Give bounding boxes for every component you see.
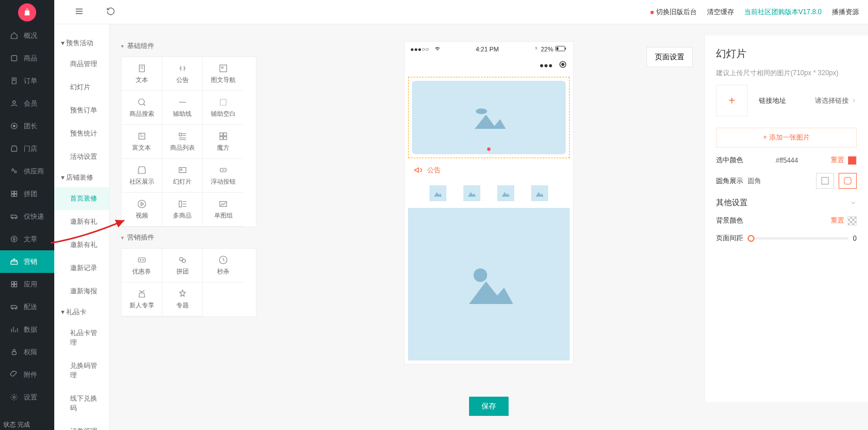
component-单图组[interactable]: 单图组 (203, 193, 244, 227)
component-文本[interactable]: 文本 (121, 57, 162, 91)
sub-item[interactable]: 礼品卡管理 (54, 322, 109, 354)
component-秒杀[interactable]: 秒杀 (203, 249, 244, 283)
component-幻灯片[interactable]: 幻灯片 (162, 159, 203, 193)
menu-toggle-icon[interactable] (75, 7, 84, 18)
sub-item[interactable]: 活动设置 (54, 145, 109, 168)
refresh-icon[interactable] (106, 7, 115, 18)
component-label: 新人专享 (129, 301, 154, 310)
announce-slot[interactable]: 公告 (408, 162, 570, 179)
page-settings-button[interactable]: 页面设置 (646, 47, 693, 67)
sub-item[interactable]: 邀新有礼 (54, 210, 109, 233)
nav-item-delivery[interactable]: 配送 (0, 296, 54, 318)
sub-item[interactable]: 订单管理 (54, 420, 109, 430)
component-icon (177, 289, 188, 299)
component-拼团[interactable]: 拼团 (162, 249, 203, 283)
home-icon (10, 32, 18, 40)
sub-item[interactable]: 首页装修 (54, 187, 109, 210)
sub-item[interactable]: 邀新有礼 (54, 233, 109, 257)
nav-item-attachment[interactable]: 附件 (0, 363, 54, 386)
nav-item-supplier[interactable]: 供应商 (0, 160, 54, 183)
nav-item-data[interactable]: 数据 (0, 318, 54, 341)
sub-item[interactable]: 线下兑换码 (54, 387, 109, 420)
component-社区展示[interactable]: 社区展示 (121, 159, 162, 193)
app-icon (10, 280, 18, 288)
other-settings-header[interactable]: 其他设置 (716, 198, 857, 208)
nav-item-order[interactable]: 订单 (0, 70, 54, 92)
nav-label: 应用 (24, 280, 37, 289)
signal-icon: ●●●○○ (410, 46, 441, 53)
group-header[interactable]: ▾ 预售活动 (54, 34, 109, 53)
more-icon: ●●● (539, 61, 553, 70)
group-header[interactable]: ▾ 店铺装修 (54, 168, 109, 187)
component-商品搜索[interactable]: 商品搜索 (121, 91, 162, 125)
svg-rect-13 (11, 281, 14, 284)
corner-round-option[interactable] (839, 173, 857, 189)
broadcast-link[interactable]: 播播资源 (832, 7, 859, 17)
big-image-slot[interactable] (408, 208, 570, 360)
nav-item-app[interactable]: 应用 (0, 273, 54, 296)
component-魔方[interactable]: 魔方 (203, 125, 244, 159)
nav-item-leader[interactable]: 团长 (0, 115, 54, 137)
nav-item-store[interactable]: 门店 (0, 137, 54, 160)
component-专题[interactable]: 专题 (162, 283, 203, 316)
leader-icon (10, 122, 18, 130)
sub-item[interactable]: 预售订单 (54, 99, 109, 122)
editor-canvas: 基础组件 文本公告图文导航商品搜索辅助线辅助空白富文本商品列表魔方社区展示幻灯片… (110, 24, 868, 430)
nav-item-permission[interactable]: 权限 (0, 341, 54, 363)
component-label: 公告 (176, 76, 189, 84)
slideshow-slot[interactable] (408, 77, 570, 158)
component-多商品[interactable]: 多商品 (162, 193, 203, 227)
component-label: 社区展示 (129, 177, 154, 186)
save-button[interactable]: 保存 (469, 397, 509, 416)
add-image-button[interactable]: + 添加一张图片 (716, 128, 857, 147)
nav-item-marketing[interactable]: 营销 (0, 250, 54, 273)
sub-item[interactable]: 邀新记录 (54, 257, 109, 280)
component-视频[interactable]: 视频 (121, 193, 162, 227)
nav-item-home[interactable]: 概况 (0, 24, 54, 47)
component-商品列表[interactable]: 商品列表 (162, 125, 203, 159)
sub-item[interactable]: 幻灯片 (54, 76, 109, 99)
reset-color[interactable]: 重置 (831, 155, 844, 165)
link-select[interactable]: 请选择链接 (815, 96, 857, 106)
goods-icon (10, 54, 18, 62)
reset-bg[interactable]: 重置 (831, 216, 844, 225)
group-header[interactable]: ▾ 礼品卡 (54, 303, 109, 322)
clear-cache-link[interactable]: 清空缓存 (707, 7, 734, 17)
thumbnail-row[interactable] (405, 182, 573, 205)
component-icon (218, 199, 228, 209)
gap-slider[interactable] (748, 237, 848, 240)
thumbnail (531, 185, 548, 201)
component-新人专享[interactable]: 新人专享 (121, 283, 162, 316)
component-图文导航[interactable]: 图文导航 (203, 57, 244, 91)
sub-item[interactable]: 商品管理 (54, 53, 109, 76)
svg-point-3 (13, 125, 15, 127)
sub-item[interactable]: 预售统计 (54, 122, 109, 145)
nav-item-group[interactable]: 拼团 (0, 183, 54, 205)
nav-item-article[interactable]: 文章 (0, 228, 54, 250)
sub-item[interactable]: 兑换码管理 (54, 354, 109, 387)
nav-item-member[interactable]: 会员 (0, 92, 54, 115)
component-浮动按钮[interactable]: 浮动按钮 (203, 159, 244, 193)
basic-components-header[interactable]: 基础组件 (121, 41, 257, 51)
nav-item-express[interactable]: 仅快递 (0, 205, 54, 228)
component-icon (137, 131, 147, 141)
component-label: 文本 (136, 76, 148, 84)
corner-square-option[interactable] (816, 173, 834, 189)
component-公告[interactable]: 公告 (162, 57, 203, 91)
component-辅助线[interactable]: 辅助线 (162, 91, 203, 125)
component-辅助空白[interactable]: 辅助空白 (203, 91, 244, 125)
nav-item-goods[interactable]: 商品 (0, 47, 54, 70)
component-优惠券[interactable]: 优惠券 (121, 249, 162, 283)
sub-item[interactable]: 邀新海报 (54, 280, 109, 303)
component-icon (137, 289, 147, 299)
component-富文本[interactable]: 富文本 (121, 125, 162, 159)
add-image-thumb[interactable]: + (716, 85, 748, 116)
nav-item-settings[interactable]: 设置 (0, 386, 54, 409)
color-swatch[interactable] (848, 156, 857, 165)
marketing-components-header[interactable]: 营销插件 (121, 233, 257, 242)
switch-version-link[interactable]: 切换旧版后台 (650, 7, 697, 17)
config-panel: 幻灯片 建议上传尺寸相同的图片(710px * 320px) + 链接地址 请选… (704, 36, 868, 402)
chevron-right-icon (851, 98, 857, 103)
svg-rect-28 (224, 133, 227, 136)
bg-color-swatch[interactable] (848, 216, 857, 225)
